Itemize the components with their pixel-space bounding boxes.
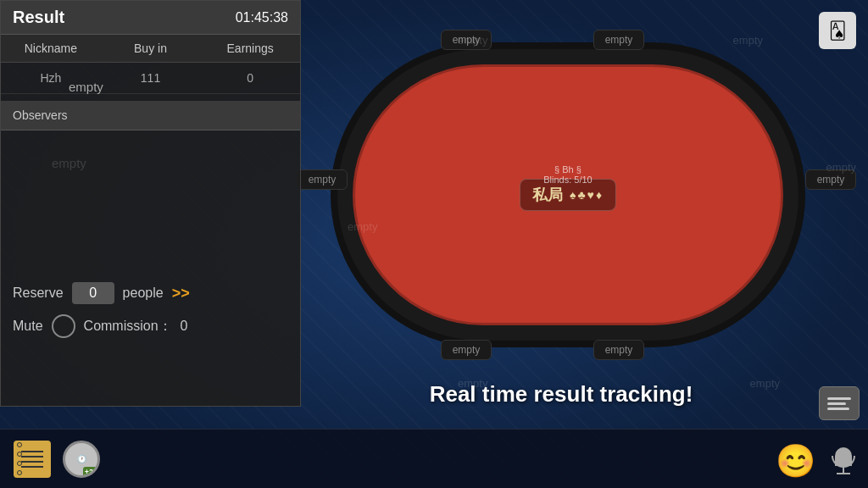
- blinds-info: Blinds: 5/10: [543, 175, 592, 185]
- result-header: Result 01:45:38: [1, 1, 300, 35]
- seat-top-right[interactable]: empty: [593, 30, 644, 50]
- commission-value: 0: [181, 319, 188, 334]
- table-logo-text: 私局: [532, 185, 563, 205]
- poker-table: 私局 ♠♣♥♦ § Bh § Blinds: 5/10 empty empty …: [331, 42, 805, 347]
- chat-line-1: [827, 397, 851, 400]
- observers-header: Observers: [1, 101, 300, 130]
- seat-top-left[interactable]: empty: [441, 30, 492, 50]
- spiral-ring-1: [17, 442, 22, 447]
- reserve-row: Reserve people >>: [13, 282, 290, 304]
- reserve-label: Reserve: [13, 286, 64, 301]
- col-nickname: Nickname: [1, 35, 101, 62]
- mute-label: Mute: [13, 319, 43, 334]
- mic-base: [837, 473, 850, 474]
- clock-icon: 🕐 +20: [63, 441, 100, 478]
- notepad-line-4: [21, 466, 42, 468]
- seat-right[interactable]: empty: [805, 169, 856, 190]
- mic-icon-shape: [835, 447, 852, 474]
- seat-bottom-right[interactable]: empty: [593, 340, 644, 360]
- emoji-icon[interactable]: 😊: [776, 442, 815, 480]
- notepad-line-1: [21, 451, 42, 452]
- chat-line-2: [827, 402, 846, 405]
- mic-button[interactable]: [827, 441, 860, 481]
- spiral-ring-2: [17, 452, 22, 457]
- notepad-line-3: [21, 461, 42, 463]
- chat-line-3: [827, 408, 849, 410]
- main-tagline: Real time result tracking!: [314, 381, 809, 408]
- notepad-line-2: [21, 456, 42, 458]
- chat-lines-icon: [827, 397, 851, 410]
- bottom-controls: Reserve people >> Mute Commission： 0: [1, 282, 302, 338]
- col-buyin: Buy in: [101, 35, 201, 62]
- clock-button[interactable]: 🕐 +20: [61, 439, 102, 480]
- chat-icon[interactable]: [819, 386, 860, 420]
- table-logo-suits: ♠♣♥♦: [570, 188, 604, 202]
- table-felt: 私局 ♠♣♥♦ § Bh § Blinds: 5/10: [353, 64, 783, 325]
- result-table-header: Nickname Buy in Earnings: [1, 35, 300, 63]
- mute-row: Mute Commission： 0: [13, 314, 290, 338]
- result-timer: 01:45:38: [236, 10, 288, 25]
- double-arrow-icon[interactable]: >>: [172, 285, 190, 302]
- table-empty-ghost: empty: [52, 156, 86, 170]
- clock-hands: 🕐: [77, 455, 86, 463]
- notepad-icon: [14, 441, 51, 478]
- empty-area: empty: [1, 130, 300, 232]
- bottom-right-icons: 😊: [776, 441, 860, 481]
- game-name: § Bh §: [543, 164, 592, 175]
- spiral-ring-4: [17, 470, 22, 475]
- player-earnings-0: 0: [200, 63, 300, 93]
- bottom-bar: 🕐 +20: [0, 429, 868, 488]
- seat-left[interactable]: empty: [297, 169, 348, 190]
- notepad-button[interactable]: [12, 439, 53, 480]
- player-row-0: Hzh 111 0 empty: [1, 63, 300, 94]
- seat-bottom-left[interactable]: empty: [441, 340, 492, 360]
- player-nickname-0: Hzh: [1, 63, 101, 93]
- poker-table-container: 私局 ♠♣♥♦ § Bh § Blinds: 5/10 empty empty …: [314, 25, 831, 398]
- table-outer: 私局 ♠♣♥♦ § Bh § Blinds: 5/10: [331, 42, 805, 347]
- game-info: § Bh § Blinds: 5/10: [543, 164, 592, 185]
- mute-toggle[interactable]: [52, 314, 75, 338]
- right-icons: [819, 386, 860, 420]
- result-panel: Result 01:45:38 Nickname Buy in Earnings…: [0, 0, 301, 407]
- notepad-spiral: [17, 441, 22, 478]
- people-label: people: [123, 286, 164, 301]
- card-symbol: 🂡: [829, 20, 846, 41]
- commission-label: Commission：: [84, 318, 172, 336]
- spiral-ring-3: [17, 461, 22, 466]
- clock-badge: +20: [83, 467, 99, 477]
- observers-label: Observers: [13, 108, 68, 122]
- player-buyin-0: 111: [101, 63, 201, 93]
- col-earnings: Earnings: [200, 35, 300, 62]
- result-title: Result: [13, 8, 64, 27]
- reserve-input[interactable]: [72, 282, 114, 304]
